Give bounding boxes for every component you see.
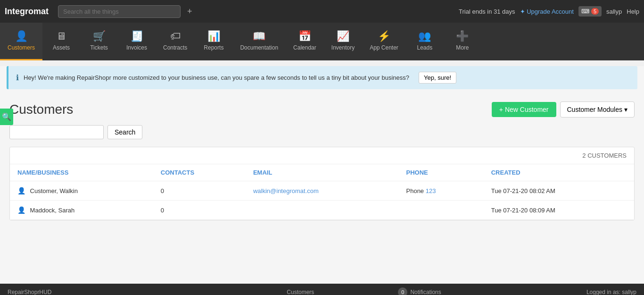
keyboard-icon: ⌨ <box>581 8 589 15</box>
info-banner: ℹ Hey! We're making RepairShopr more cus… <box>7 66 637 89</box>
customers-table-container: 2 CUSTOMERS NAME/BUSINESS CONTACTS EMAIL… <box>9 147 635 220</box>
nav-label-contracts: Contracts <box>163 44 187 51</box>
nav-item-assets[interactable]: 🖥 Assets <box>42 23 80 60</box>
nav-item-appcenter[interactable]: ⚡ App Center <box>362 23 406 60</box>
customer-modules-label: Customer Modules <box>567 106 623 113</box>
customers-icon: 👤 <box>15 31 28 42</box>
nav-label-assets: Assets <box>53 44 70 51</box>
footer-section: Customers <box>203 289 398 295</box>
tickets-icon: 🛒 <box>93 31 106 42</box>
nav-label-more: More <box>456 44 469 51</box>
more-icon: ➕ <box>456 31 469 42</box>
trial-text: Trial ends in 31 days <box>459 8 515 15</box>
upgrade-button[interactable]: Upgrade Account <box>520 8 574 15</box>
chevron-down-icon: ▾ <box>624 106 627 113</box>
col-email[interactable]: EMAIL <box>246 164 399 181</box>
global-search-input[interactable] <box>58 5 181 18</box>
nav-item-invoices[interactable]: 🧾 Invoices <box>118 23 156 60</box>
banner-text: Hey! We're making RepairShopr more custo… <box>24 74 409 81</box>
nav-item-more[interactable]: ➕ More <box>444 23 481 60</box>
invoices-icon: 🧾 <box>131 31 143 42</box>
customer-modules-button[interactable]: Customer Modules ▾ <box>560 101 635 118</box>
email-link[interactable]: walkin@integromat.com <box>253 187 319 194</box>
footer-notif-label: Notifications <box>410 289 441 295</box>
customer-search-input[interactable] <box>9 125 104 139</box>
nav-label-documentation: Documentation <box>240 44 278 51</box>
nav-label-customers: Customers <box>8 44 35 51</box>
cell-name: 👤 Maddock, Sarah <box>10 201 153 220</box>
nav-item-customers[interactable]: 👤 Customers <box>0 23 42 60</box>
page-title: Customers <box>9 102 73 117</box>
footer-app-name: RepairShoprHUD <box>8 289 203 295</box>
cell-phone: Phone 123 <box>399 181 484 201</box>
nav-item-inventory[interactable]: 📈 Inventory <box>324 23 362 60</box>
reports-icon: 📊 <box>207 31 220 42</box>
notifications-button[interactable]: ⌨ 5 <box>578 6 602 17</box>
footer-notif-badge: 0 <box>398 287 407 295</box>
nav-label-leads: Leads <box>417 44 433 51</box>
table-row[interactable]: 👤 Customer, Walkin 0 walkin@integromat.c… <box>10 181 634 201</box>
leads-icon: 👥 <box>418 31 431 42</box>
top-bar: Integromat + Trial ends in 31 days Upgra… <box>0 0 644 23</box>
inventory-icon: 📈 <box>337 31 349 42</box>
info-icon: ℹ <box>16 73 19 82</box>
nav-item-documentation[interactable]: 📖 Documentation <box>232 23 286 60</box>
table-header-row: NAME/BUSINESS CONTACTS EMAIL PHONE CREAT… <box>10 164 634 181</box>
appcenter-icon: ⚡ <box>378 31 390 42</box>
cell-created: Tue 07-21-20 08:09 AM <box>484 201 634 220</box>
table-row[interactable]: 👤 Maddock, Sarah 0 Tue 07-21-20 08:09 AM <box>10 201 634 220</box>
col-phone[interactable]: PHONE <box>399 164 484 181</box>
search-button[interactable]: Search <box>107 125 142 139</box>
nav-item-leads[interactable]: 👥 Leads <box>406 23 444 60</box>
nav-label-invoices: Invoices <box>126 44 147 51</box>
calendar-icon: 📅 <box>298 31 311 42</box>
page-header: Customers New Customer Customer Modules … <box>9 101 635 118</box>
col-contacts[interactable]: CONTACTS <box>153 164 246 181</box>
search-bar: Search <box>9 125 635 139</box>
col-name[interactable]: NAME/BUSINESS <box>10 164 153 181</box>
content-area: ℹ Hey! We're making RepairShopr more cus… <box>0 66 644 284</box>
nav-item-contracts[interactable]: 🏷 Contracts <box>156 23 195 60</box>
footer: RepairShoprHUD Customers 0 Notifications… <box>0 284 644 295</box>
customers-table: NAME/BUSINESS CONTACTS EMAIL PHONE CREAT… <box>10 164 634 220</box>
nav-label-appcenter: App Center <box>370 44 398 51</box>
footer-logged-in: Logged in as: sallyp <box>441 289 636 295</box>
nav-item-tickets[interactable]: 🛒 Tickets <box>80 23 118 60</box>
nav-label-calendar: Calendar <box>293 44 316 51</box>
nav-bar: 👤 Customers 🖥 Assets 🛒 Tickets 🧾 Invoice… <box>0 23 644 60</box>
cell-email <box>246 201 399 220</box>
main-section: Customers New Customer Customer Modules … <box>0 95 644 227</box>
person-icon: 👤 <box>17 206 25 214</box>
cell-email: walkin@integromat.com <box>246 181 399 201</box>
nav-label-reports: Reports <box>204 44 223 51</box>
new-customer-button[interactable]: New Customer <box>492 102 556 117</box>
app-logo: Integromat <box>5 7 49 17</box>
customer-count: 2 CUSTOMERS <box>10 147 634 164</box>
cell-contacts: 0 <box>153 201 246 220</box>
notification-badge: 5 <box>591 8 599 15</box>
banner-button[interactable]: Yep, sure! <box>419 72 456 84</box>
cell-contacts: 0 <box>153 181 246 201</box>
user-menu[interactable]: sallyp <box>606 8 622 15</box>
cell-name: 👤 Customer, Walkin <box>10 181 153 201</box>
assets-icon: 🖥 <box>56 31 66 42</box>
nav-item-calendar[interactable]: 📅 Calendar <box>286 23 324 60</box>
nav-label-inventory: Inventory <box>331 44 355 51</box>
person-icon: 👤 <box>17 187 25 194</box>
documentation-icon: 📖 <box>253 31 265 42</box>
col-created[interactable]: CREATED <box>484 164 634 181</box>
cell-phone <box>399 201 484 220</box>
add-button[interactable]: + <box>187 7 192 17</box>
side-search-button[interactable]: 🔍 <box>0 109 13 125</box>
header-actions: New Customer Customer Modules ▾ <box>492 101 635 118</box>
nav-label-tickets: Tickets <box>90 44 108 51</box>
help-link[interactable]: Help <box>627 8 639 15</box>
footer-notifications: 0 Notifications <box>398 287 441 295</box>
cell-created: Tue 07-21-20 08:02 AM <box>484 181 634 201</box>
nav-item-reports[interactable]: 📊 Reports <box>195 23 232 60</box>
phone-link[interactable]: 123 <box>426 187 436 194</box>
contracts-icon: 🏷 <box>170 31 181 42</box>
